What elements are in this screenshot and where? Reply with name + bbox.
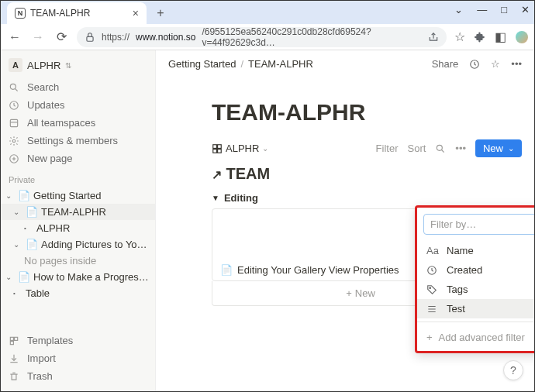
minimize-icon[interactable]: —	[477, 4, 487, 15]
tree-how-to[interactable]: ⌄ 📄 How to Make a Progres…	[1, 269, 155, 285]
browser-address-bar: ← → ⟳ https://www.notion.so/6955125ea562…	[1, 24, 534, 50]
page-title[interactable]: TEAM-ALPHR	[156, 77, 534, 139]
tree-label: Table	[26, 287, 50, 299]
filter-option-label: Test	[447, 303, 465, 315]
sidebar-settings-label: Settings & members	[27, 135, 118, 146]
search-icon	[9, 82, 21, 93]
share-button[interactable]: Share	[432, 58, 459, 70]
filter-button[interactable]: Filter	[376, 143, 399, 154]
filter-option-label: Created	[447, 264, 482, 276]
tree-adding-pictures[interactable]: ⌄ 📄 Adding Pictures to Yo…	[1, 236, 155, 253]
sort-button[interactable]: Sort	[407, 143, 426, 154]
tree-label: ALPHR	[36, 222, 70, 234]
svg-rect-8	[10, 341, 13, 344]
chevron-down-icon[interactable]: ⌄	[454, 4, 463, 15]
filter-option-label: Name	[447, 245, 474, 256]
main-content: Getting Started / TEAM-ALPHR Share ☆ •••…	[156, 50, 534, 391]
sidebar-search-label: Search	[27, 81, 59, 93]
new-button[interactable]: New ⌄	[475, 139, 522, 157]
import-icon	[9, 353, 21, 364]
more-db-icon[interactable]: •••	[455, 143, 466, 154]
database-title-text: TEAM	[226, 165, 271, 182]
help-button[interactable]: ?	[503, 360, 523, 380]
caret-down-icon[interactable]: ⌄	[13, 208, 22, 216]
workspace-switcher[interactable]: A ALPHR ⇅	[1, 50, 155, 78]
filter-search-input[interactable]: Filter by…	[423, 214, 534, 235]
new-card-label: New	[355, 287, 375, 299]
share-url-icon[interactable]	[428, 32, 439, 43]
forward-button: →	[30, 30, 46, 44]
filter-option-name[interactable]: Aa Name	[417, 241, 534, 260]
url-prefix: https://	[102, 32, 129, 43]
url-path: /6955125ea56240c291c0db28cfd69524?v=44f9…	[202, 27, 422, 47]
sidebar-settings[interactable]: Settings & members	[1, 132, 155, 150]
breadcrumb-separator: /	[240, 58, 243, 70]
tree-team-alphr[interactable]: ⌄ 📄 TEAM-ALPHR	[1, 204, 155, 220]
database-view-tab[interactable]: ALPHR ⌄	[212, 143, 268, 154]
filter-option-test[interactable]: Test	[417, 299, 534, 318]
breadcrumb-item[interactable]: Getting Started	[168, 58, 236, 70]
svg-rect-11	[218, 144, 222, 148]
sidebar-teamspaces[interactable]: All teamspaces	[1, 114, 155, 132]
extension-square-icon[interactable]: ◧	[495, 29, 506, 44]
extensions-icon[interactable]	[475, 32, 485, 43]
search-db-icon[interactable]	[435, 143, 446, 154]
sidebar-updates-label: Updates	[27, 99, 64, 111]
reload-button[interactable]: ⟳	[54, 29, 69, 44]
page-icon: 📄	[18, 271, 30, 283]
open-link-icon: ↗	[212, 168, 222, 181]
caret-down-icon[interactable]: ⌄	[13, 240, 22, 249]
caret-down-icon[interactable]: ⌄	[5, 191, 15, 200]
sidebar-trash[interactable]: Trash	[1, 367, 155, 385]
advanced-filter-label: Add advanced filter	[439, 332, 525, 343]
filter-option-created[interactable]: Created	[417, 260, 534, 280]
caret-down-icon[interactable]: ⌄	[5, 273, 15, 281]
view-name: ALPHR	[226, 143, 259, 154]
tree-label: Getting Started	[33, 190, 101, 201]
database-header: ALPHR ⌄ Filter Sort ••• New ⌄	[156, 139, 534, 157]
browser-tab[interactable]: N TEAM-ALPHR ×	[7, 2, 147, 24]
tree-label: TEAM-ALPHR	[41, 206, 106, 218]
page-icon: 📄	[26, 239, 38, 250]
notion-favicon: N	[15, 8, 26, 19]
plus-circle-icon	[9, 153, 21, 164]
chevron-down-icon[interactable]: ⌄	[508, 144, 514, 153]
page-icon: 📄	[26, 206, 38, 218]
url-input[interactable]: https://www.notion.so/6955125ea56240c291…	[77, 27, 447, 47]
filter-option-label: Tags	[447, 284, 468, 295]
favorite-icon[interactable]: ☆	[491, 58, 500, 70]
close-icon[interactable]: ✕	[521, 4, 530, 15]
more-icon[interactable]: •••	[511, 58, 522, 70]
close-tab-icon[interactable]: ×	[133, 7, 139, 19]
database-title[interactable]: ↗ TEAM	[156, 157, 534, 187]
plus-icon: +	[346, 287, 352, 299]
new-tab-button[interactable]: +	[151, 4, 170, 22]
tree-table[interactable]: • Table	[1, 285, 155, 301]
chevron-down-icon: ⌄	[262, 144, 268, 153]
breadcrumb-item[interactable]: TEAM-ALPHR	[248, 58, 313, 70]
gear-icon	[9, 136, 21, 146]
svg-rect-3	[10, 119, 17, 126]
star-icon[interactable]: ☆	[454, 29, 465, 44]
sidebar-search[interactable]: Search	[1, 78, 155, 96]
tree-getting-started[interactable]: ⌄ 📄 Getting Started	[1, 187, 155, 204]
bullet-icon: •	[13, 290, 22, 297]
filter-option-tags[interactable]: Tags	[417, 280, 534, 299]
add-advanced-filter[interactable]: + Add advanced filter	[417, 325, 534, 351]
row-label: Editing	[224, 192, 258, 204]
tree-label: No pages inside	[24, 255, 96, 266]
maximize-icon[interactable]: □	[501, 4, 507, 15]
expand-icon: ⇅	[65, 61, 71, 70]
sidebar-newpage[interactable]: New page	[1, 150, 155, 167]
history-icon[interactable]	[469, 59, 480, 70]
lock-icon	[85, 32, 95, 43]
sidebar-templates[interactable]: Templates	[1, 332, 155, 349]
sidebar-import[interactable]: Import	[1, 349, 155, 367]
sidebar-updates[interactable]: Updates	[1, 96, 155, 114]
tree-alphr[interactable]: • ALPHR	[1, 220, 155, 236]
triangle-down-icon[interactable]: ▼	[212, 194, 219, 202]
extension-circle-icon[interactable]	[516, 31, 528, 43]
back-button[interactable]: ←	[7, 30, 22, 44]
page-icon: 📄	[18, 190, 30, 201]
sidebar-import-label: Import	[27, 352, 56, 364]
